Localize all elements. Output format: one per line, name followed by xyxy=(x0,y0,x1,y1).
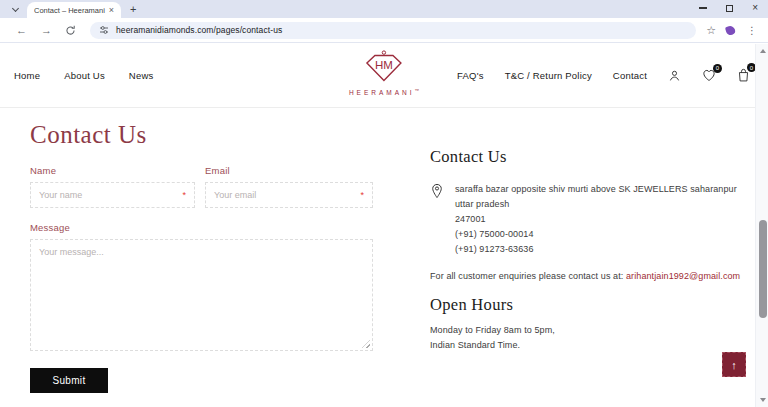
address-text: saraffa bazar opposite shiv murti above … xyxy=(455,182,756,257)
primary-nav: Home About Us News xyxy=(14,70,153,81)
email-input[interactable] xyxy=(214,190,360,200)
close-window-button[interactable]: × xyxy=(752,3,758,13)
enquiries-line: For all customer enquiries please contac… xyxy=(430,271,756,281)
message-textarea-wrap xyxy=(30,239,373,351)
account-button[interactable] xyxy=(668,69,681,82)
browser-window: Contact – Heeramani × + × ← → heer xyxy=(0,0,768,407)
url-text: heeramanidiamonds.com/pages/contact-us xyxy=(116,25,282,35)
trademark-symbol: ™ xyxy=(415,88,420,93)
reload-button[interactable] xyxy=(65,25,76,36)
email-link[interactable]: arihantjain1992@gmail.com xyxy=(626,271,740,281)
browser-toolbar: ← → heeramanidiamonds.com/pages/contact-… xyxy=(0,18,768,43)
browser-menu-icon[interactable]: ⋮ xyxy=(747,25,757,36)
scrollbar-thumb[interactable] xyxy=(759,220,767,318)
email-label: Email xyxy=(205,165,373,176)
email-input-wrap: * xyxy=(205,182,373,208)
wishlist-count-badge: 0 xyxy=(713,64,722,73)
minimize-icon xyxy=(699,7,707,8)
brand-name: HEERAMANI™ xyxy=(349,88,419,96)
location-pin-icon xyxy=(430,183,444,199)
enquiries-text: For all customer enquiries please contac… xyxy=(430,271,626,281)
diamond-logo-icon: HM xyxy=(363,50,405,83)
submit-button[interactable]: Submit xyxy=(30,368,108,393)
back-to-top-button[interactable]: ↑ xyxy=(722,352,746,377)
tab-title: Contact – Heeramani xyxy=(34,6,109,15)
maximize-button[interactable] xyxy=(726,5,733,12)
extension-icon[interactable] xyxy=(725,24,736,35)
contact-info-heading: Contact Us xyxy=(430,147,756,167)
address-block: saraffa bazar opposite shiv murti above … xyxy=(430,182,756,257)
forward-button[interactable]: → xyxy=(41,25,52,36)
secondary-nav: FAQ's T&C / Return Policy Contact 0 xyxy=(457,68,754,82)
site-info-icon xyxy=(99,25,109,35)
tab-strip: Contact – Heeramani × + × xyxy=(0,0,768,18)
brand-logo[interactable]: HM HEERAMANI™ xyxy=(349,50,419,96)
open-hours-text: Monday to Friday 8am to 5pm, Indian Stan… xyxy=(430,323,756,353)
page-scrollbar[interactable] xyxy=(755,44,768,407)
maximize-icon xyxy=(726,5,733,12)
email-required-marker: * xyxy=(360,190,364,200)
cart-button[interactable]: 0 xyxy=(737,68,750,82)
message-label: Message xyxy=(30,222,373,233)
bookmark-star-icon[interactable]: ☆ xyxy=(706,24,716,37)
message-textarea[interactable] xyxy=(31,240,372,350)
back-button[interactable]: ← xyxy=(16,25,27,36)
scroll-up-icon[interactable] xyxy=(760,49,766,53)
nav-home[interactable]: Home xyxy=(14,70,40,81)
brand-text: HEERAMANI xyxy=(349,89,415,96)
contact-info-section: Contact Us saraffa bazar opposite shiv m… xyxy=(430,121,756,393)
address-line-2: 247001 xyxy=(455,212,756,227)
new-tab-button[interactable]: + xyxy=(130,4,136,15)
minimize-button[interactable] xyxy=(699,7,707,8)
nav-contact[interactable]: Contact xyxy=(613,70,647,81)
open-hours-heading: Open Hours xyxy=(430,295,756,315)
name-input-wrap: * xyxy=(30,182,195,208)
reload-icon xyxy=(65,25,76,36)
window-controls: × xyxy=(699,3,758,13)
name-label: Name xyxy=(30,165,195,176)
tab-search-button[interactable] xyxy=(7,3,23,16)
nav-tc-return-policy[interactable]: T&C / Return Policy xyxy=(505,70,592,81)
arrow-up-icon: ↑ xyxy=(731,359,737,371)
wishlist-button[interactable]: 0 xyxy=(702,69,716,82)
page-title: Contact Us xyxy=(30,121,373,149)
person-icon xyxy=(668,69,681,82)
open-hours-line-1: Monday to Friday 8am to 5pm, xyxy=(430,323,756,338)
browser-tab[interactable]: Contact – Heeramani × xyxy=(27,2,121,18)
main-content: Contact Us Name * Email * Me xyxy=(0,108,768,393)
site-header: Home About Us News HM HEERAMANI™ FAQ's T… xyxy=(0,43,768,108)
nav-faqs[interactable]: FAQ's xyxy=(457,70,484,81)
contact-form-section: Contact Us Name * Email * Me xyxy=(30,121,373,393)
open-hours-line-2: Indian Standard Time. xyxy=(430,338,756,353)
chevron-down-icon xyxy=(11,5,18,12)
phone-number-1: (+91) 75000-00014 xyxy=(455,227,756,242)
address-line-1: saraffa bazar opposite shiv murti above … xyxy=(455,182,756,212)
form-row: Name * Email * xyxy=(30,165,373,208)
logo-monogram: HM xyxy=(375,59,393,71)
url-bar[interactable]: heeramanidiamonds.com/pages/contact-us xyxy=(90,22,696,39)
name-required-marker: * xyxy=(182,190,186,200)
nav-about-us[interactable]: About Us xyxy=(64,70,105,81)
scroll-down-icon[interactable] xyxy=(760,398,766,402)
email-field-group: Email * xyxy=(205,165,373,208)
tab-close-icon[interactable]: × xyxy=(109,6,114,15)
nav-news[interactable]: News xyxy=(129,70,154,81)
name-field-group: Name * xyxy=(30,165,195,208)
name-input[interactable] xyxy=(39,190,182,200)
phone-number-2: (+91) 91273-63636 xyxy=(455,242,756,257)
